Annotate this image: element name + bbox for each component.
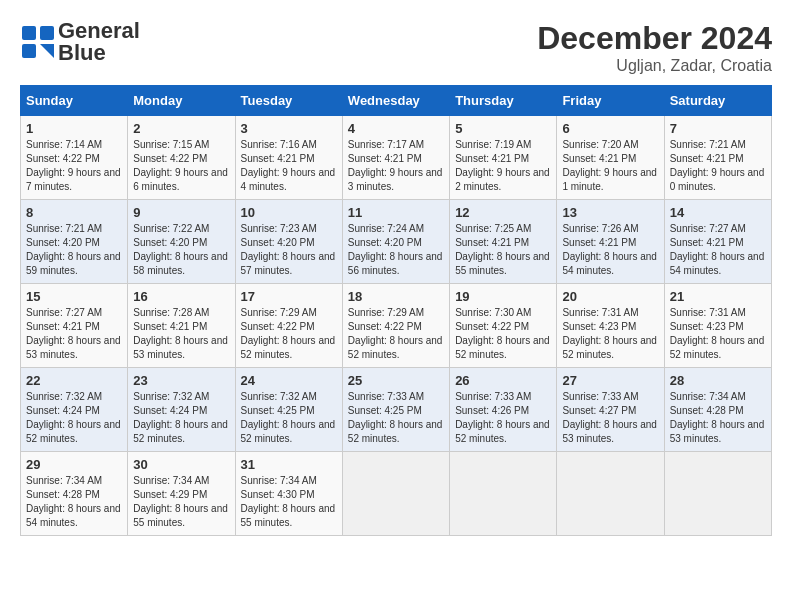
day-info: Sunrise: 7:27 AMSunset: 4:21 PMDaylight:… (670, 222, 766, 278)
calendar-table: SundayMondayTuesdayWednesdayThursdayFrid… (20, 85, 772, 536)
calendar-cell: 19 Sunrise: 7:30 AMSunset: 4:22 PMDaylig… (450, 284, 557, 368)
day-info: Sunrise: 7:30 AMSunset: 4:22 PMDaylight:… (455, 306, 551, 362)
day-number: 3 (241, 121, 337, 136)
calendar-cell: 11 Sunrise: 7:24 AMSunset: 4:20 PMDaylig… (342, 200, 449, 284)
calendar-cell: 17 Sunrise: 7:29 AMSunset: 4:22 PMDaylig… (235, 284, 342, 368)
page-header: General Blue December 2024 Ugljan, Zadar… (20, 20, 772, 75)
calendar-cell: 9 Sunrise: 7:22 AMSunset: 4:20 PMDayligh… (128, 200, 235, 284)
calendar-cell: 20 Sunrise: 7:31 AMSunset: 4:23 PMDaylig… (557, 284, 664, 368)
day-info: Sunrise: 7:31 AMSunset: 4:23 PMDaylight:… (562, 306, 658, 362)
calendar-cell (557, 452, 664, 536)
day-info: Sunrise: 7:25 AMSunset: 4:21 PMDaylight:… (455, 222, 551, 278)
calendar-cell (664, 452, 771, 536)
day-number: 24 (241, 373, 337, 388)
day-info: Sunrise: 7:21 AMSunset: 4:20 PMDaylight:… (26, 222, 122, 278)
calendar-cell: 2 Sunrise: 7:15 AMSunset: 4:22 PMDayligh… (128, 116, 235, 200)
header-thursday: Thursday (450, 86, 557, 116)
svg-rect-1 (40, 26, 54, 40)
day-info: Sunrise: 7:33 AMSunset: 4:26 PMDaylight:… (455, 390, 551, 446)
day-number: 12 (455, 205, 551, 220)
day-info: Sunrise: 7:32 AMSunset: 4:25 PMDaylight:… (241, 390, 337, 446)
calendar-cell: 26 Sunrise: 7:33 AMSunset: 4:26 PMDaylig… (450, 368, 557, 452)
calendar-cell: 16 Sunrise: 7:28 AMSunset: 4:21 PMDaylig… (128, 284, 235, 368)
day-info: Sunrise: 7:34 AMSunset: 4:28 PMDaylight:… (26, 474, 122, 530)
day-info: Sunrise: 7:19 AMSunset: 4:21 PMDaylight:… (455, 138, 551, 194)
calendar-cell: 5 Sunrise: 7:19 AMSunset: 4:21 PMDayligh… (450, 116, 557, 200)
day-number: 23 (133, 373, 229, 388)
day-number: 31 (241, 457, 337, 472)
header-monday: Monday (128, 86, 235, 116)
day-number: 11 (348, 205, 444, 220)
calendar-cell: 14 Sunrise: 7:27 AMSunset: 4:21 PMDaylig… (664, 200, 771, 284)
calendar-cell: 27 Sunrise: 7:33 AMSunset: 4:27 PMDaylig… (557, 368, 664, 452)
day-info: Sunrise: 7:34 AMSunset: 4:29 PMDaylight:… (133, 474, 229, 530)
day-number: 21 (670, 289, 766, 304)
day-number: 2 (133, 121, 229, 136)
day-info: Sunrise: 7:16 AMSunset: 4:21 PMDaylight:… (241, 138, 337, 194)
day-info: Sunrise: 7:28 AMSunset: 4:21 PMDaylight:… (133, 306, 229, 362)
day-info: Sunrise: 7:31 AMSunset: 4:23 PMDaylight:… (670, 306, 766, 362)
day-info: Sunrise: 7:22 AMSunset: 4:20 PMDaylight:… (133, 222, 229, 278)
day-info: Sunrise: 7:15 AMSunset: 4:22 PMDaylight:… (133, 138, 229, 194)
day-number: 19 (455, 289, 551, 304)
calendar-cell: 10 Sunrise: 7:23 AMSunset: 4:20 PMDaylig… (235, 200, 342, 284)
calendar-cell: 31 Sunrise: 7:34 AMSunset: 4:30 PMDaylig… (235, 452, 342, 536)
day-number: 15 (26, 289, 122, 304)
day-info: Sunrise: 7:24 AMSunset: 4:20 PMDaylight:… (348, 222, 444, 278)
calendar-cell: 4 Sunrise: 7:17 AMSunset: 4:21 PMDayligh… (342, 116, 449, 200)
calendar-cell: 29 Sunrise: 7:34 AMSunset: 4:28 PMDaylig… (21, 452, 128, 536)
day-info: Sunrise: 7:23 AMSunset: 4:20 PMDaylight:… (241, 222, 337, 278)
day-number: 29 (26, 457, 122, 472)
calendar-cell: 15 Sunrise: 7:27 AMSunset: 4:21 PMDaylig… (21, 284, 128, 368)
calendar-cell (450, 452, 557, 536)
calendar-cell: 25 Sunrise: 7:33 AMSunset: 4:25 PMDaylig… (342, 368, 449, 452)
header-friday: Friday (557, 86, 664, 116)
day-info: Sunrise: 7:32 AMSunset: 4:24 PMDaylight:… (26, 390, 122, 446)
logo-icon (20, 24, 56, 60)
calendar-week-row: 29 Sunrise: 7:34 AMSunset: 4:28 PMDaylig… (21, 452, 772, 536)
logo: General Blue (20, 20, 140, 64)
day-number: 8 (26, 205, 122, 220)
day-number: 10 (241, 205, 337, 220)
calendar-cell: 3 Sunrise: 7:16 AMSunset: 4:21 PMDayligh… (235, 116, 342, 200)
calendar-cell (342, 452, 449, 536)
calendar-week-row: 8 Sunrise: 7:21 AMSunset: 4:20 PMDayligh… (21, 200, 772, 284)
day-info: Sunrise: 7:29 AMSunset: 4:22 PMDaylight:… (241, 306, 337, 362)
svg-marker-3 (40, 44, 54, 58)
day-number: 14 (670, 205, 766, 220)
location: Ugljan, Zadar, Croatia (537, 57, 772, 75)
day-number: 16 (133, 289, 229, 304)
day-number: 27 (562, 373, 658, 388)
day-number: 25 (348, 373, 444, 388)
day-number: 22 (26, 373, 122, 388)
calendar-week-row: 22 Sunrise: 7:32 AMSunset: 4:24 PMDaylig… (21, 368, 772, 452)
day-number: 20 (562, 289, 658, 304)
calendar-cell: 12 Sunrise: 7:25 AMSunset: 4:21 PMDaylig… (450, 200, 557, 284)
calendar-cell: 1 Sunrise: 7:14 AMSunset: 4:22 PMDayligh… (21, 116, 128, 200)
header-wednesday: Wednesday (342, 86, 449, 116)
calendar-cell: 28 Sunrise: 7:34 AMSunset: 4:28 PMDaylig… (664, 368, 771, 452)
header-sunday: Sunday (21, 86, 128, 116)
calendar-cell: 22 Sunrise: 7:32 AMSunset: 4:24 PMDaylig… (21, 368, 128, 452)
day-number: 1 (26, 121, 122, 136)
day-info: Sunrise: 7:20 AMSunset: 4:21 PMDaylight:… (562, 138, 658, 194)
day-info: Sunrise: 7:26 AMSunset: 4:21 PMDaylight:… (562, 222, 658, 278)
day-number: 30 (133, 457, 229, 472)
day-info: Sunrise: 7:17 AMSunset: 4:21 PMDaylight:… (348, 138, 444, 194)
day-info: Sunrise: 7:33 AMSunset: 4:25 PMDaylight:… (348, 390, 444, 446)
month-title: December 2024 (537, 20, 772, 57)
day-number: 6 (562, 121, 658, 136)
svg-rect-2 (22, 44, 36, 58)
day-number: 7 (670, 121, 766, 136)
calendar-cell: 6 Sunrise: 7:20 AMSunset: 4:21 PMDayligh… (557, 116, 664, 200)
day-number: 17 (241, 289, 337, 304)
calendar-cell: 18 Sunrise: 7:29 AMSunset: 4:22 PMDaylig… (342, 284, 449, 368)
day-info: Sunrise: 7:29 AMSunset: 4:22 PMDaylight:… (348, 306, 444, 362)
calendar-week-row: 1 Sunrise: 7:14 AMSunset: 4:22 PMDayligh… (21, 116, 772, 200)
day-info: Sunrise: 7:14 AMSunset: 4:22 PMDaylight:… (26, 138, 122, 194)
day-number: 5 (455, 121, 551, 136)
calendar-cell: 23 Sunrise: 7:32 AMSunset: 4:24 PMDaylig… (128, 368, 235, 452)
calendar-header-row: SundayMondayTuesdayWednesdayThursdayFrid… (21, 86, 772, 116)
day-info: Sunrise: 7:33 AMSunset: 4:27 PMDaylight:… (562, 390, 658, 446)
day-number: 28 (670, 373, 766, 388)
